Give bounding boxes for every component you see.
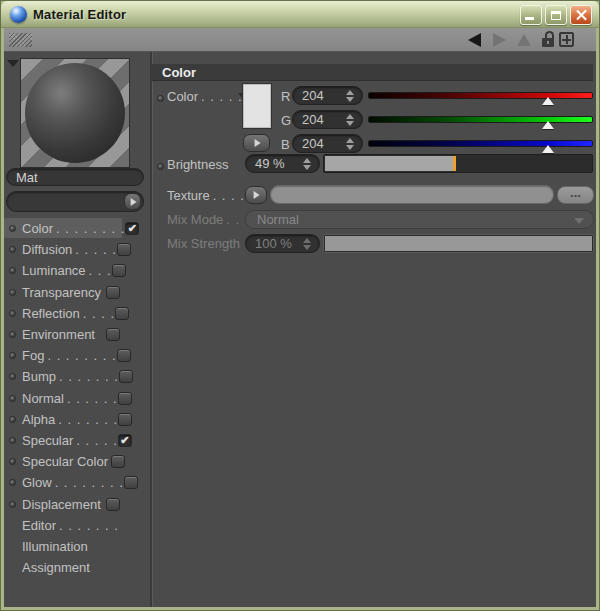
channel-row-specular-color[interactable]: Specular Color xyxy=(4,451,122,471)
channel-row-glow[interactable]: Glow . . . . . . . . xyxy=(4,472,122,492)
brightness-spinner[interactable]: 49 % xyxy=(245,154,320,173)
lock-open-icon[interactable] xyxy=(540,31,556,49)
texture-browse-button[interactable]: ... xyxy=(557,186,594,204)
dot-leader: . . . xyxy=(89,263,112,278)
maximize-button[interactable] xyxy=(545,5,567,25)
history-forward-icon xyxy=(493,33,506,47)
channel-row-displacement[interactable]: Displacement xyxy=(4,494,122,514)
history-back-icon[interactable] xyxy=(468,33,481,47)
channel-row-reflection[interactable]: Reflection . . . . xyxy=(4,303,122,323)
b-value-spinner[interactable]: 204 xyxy=(292,134,363,153)
channel-bullet-icon xyxy=(9,352,16,359)
window-title: Material Editor xyxy=(33,7,126,22)
channel-bullet-icon xyxy=(9,416,16,423)
dot-leader: . . . . . . . xyxy=(58,412,118,427)
texture-expand-button[interactable] xyxy=(245,186,267,204)
channel-row-alpha[interactable]: Alpha . . . . . . . xyxy=(4,409,122,429)
channel-label: Alpha xyxy=(22,412,55,427)
g-slider[interactable] xyxy=(368,116,593,130)
channel-checkbox[interactable] xyxy=(124,476,138,489)
channel-checkbox[interactable] xyxy=(119,370,133,383)
close-button[interactable] xyxy=(570,5,592,25)
b-slider-track[interactable] xyxy=(368,140,593,147)
channel-row-normal[interactable]: Normal . . . . . . xyxy=(4,388,122,408)
dot-leader: . . . . . xyxy=(76,433,118,448)
texture-label: Texture. . . . xyxy=(167,188,245,203)
channel-row-bump[interactable]: Bump . . . . . . . xyxy=(4,366,122,386)
channel-bullet-icon xyxy=(9,373,16,380)
color-swatch[interactable] xyxy=(243,84,271,128)
b-slider-handle[interactable] xyxy=(542,145,554,153)
channel-row-diffusion[interactable]: Diffusion . . . . . xyxy=(4,239,122,259)
mix-strength-slider xyxy=(323,234,594,253)
channel-checkbox[interactable] xyxy=(106,328,120,341)
dot-leader: . . . . . xyxy=(75,242,117,257)
channel-row-color[interactable]: Color . . . . . . . . ✔ xyxy=(4,218,122,238)
channel-row-assignment[interactable]: Assignment xyxy=(4,557,122,577)
channel-row-fog[interactable]: Fog . . . . . . . . xyxy=(4,345,122,365)
titlebar[interactable]: Material Editor xyxy=(1,1,599,28)
channel-checkbox[interactable] xyxy=(106,286,120,299)
spinner-arrows-icon[interactable] xyxy=(346,138,354,150)
add-new-icon[interactable] xyxy=(559,32,574,47)
brightness-marker[interactable] xyxy=(453,156,456,171)
channel-row-transparency[interactable]: Transparency xyxy=(4,282,122,302)
material-editor-window: Material Editor Mat Color . . . . . . . … xyxy=(0,0,600,611)
param-bullet-icon xyxy=(157,163,164,170)
b-slider[interactable] xyxy=(368,140,593,154)
minimize-button[interactable] xyxy=(520,5,542,25)
material-preview[interactable] xyxy=(20,58,130,168)
channel-checkbox[interactable] xyxy=(115,307,129,320)
channel-row-environment[interactable]: Environment xyxy=(4,324,122,344)
channel-label: Specular Color xyxy=(22,454,108,469)
spinner-arrows-icon[interactable] xyxy=(346,90,354,102)
spinner-arrows-icon[interactable] xyxy=(303,158,311,170)
mix-strength-label: Mix Strength xyxy=(167,236,240,251)
channel-row-luminance[interactable]: Luminance . . . xyxy=(4,260,122,280)
drag-grip-icon[interactable] xyxy=(9,33,32,47)
channel-checkbox[interactable] xyxy=(106,498,120,511)
channel-label: Bump xyxy=(22,369,56,384)
r-slider-track[interactable] xyxy=(368,92,593,99)
channel-checkbox[interactable] xyxy=(111,455,125,468)
material-dropdown[interactable] xyxy=(6,191,144,212)
channel-bullet-icon xyxy=(9,479,16,486)
g-value-spinner[interactable]: 204 xyxy=(292,110,363,129)
dot-leader: . . . . . . . xyxy=(59,518,119,533)
chevron-down-icon xyxy=(574,218,584,224)
color-expand-button[interactable] xyxy=(243,134,270,152)
brightness-value: 49 % xyxy=(255,156,285,171)
channel-row-specular[interactable]: Specular . . . . . ✔ xyxy=(4,430,122,450)
channel-bullet-icon xyxy=(9,225,16,232)
channel-bullet-icon xyxy=(9,395,16,402)
editor-content: Mat Color . . . . . . . . ✔ Diffusion . … xyxy=(4,52,596,607)
r-slider-handle[interactable] xyxy=(542,97,554,105)
check-icon: ✔ xyxy=(128,222,137,234)
channel-checkbox[interactable] xyxy=(118,392,132,405)
g-slider-track[interactable] xyxy=(368,116,593,123)
channel-checkbox[interactable] xyxy=(117,243,131,256)
channel-checkbox[interactable] xyxy=(118,413,132,426)
dot-leader: . . xyxy=(226,212,240,227)
channel-checkbox[interactable] xyxy=(117,349,131,362)
channel-checkbox[interactable]: ✔ xyxy=(118,434,132,447)
channel-label: Transparency xyxy=(22,285,101,300)
r-value-spinner[interactable]: 204 xyxy=(292,86,363,105)
r-slider[interactable] xyxy=(368,92,593,106)
preview-collapse-icon[interactable] xyxy=(7,60,19,67)
channel-label: Fog xyxy=(22,348,44,363)
channel-row-editor[interactable]: Editor . . . . . . . xyxy=(4,515,122,535)
spinner-arrows-icon[interactable] xyxy=(346,114,354,126)
channel-row-illumination[interactable]: Illumination xyxy=(4,536,122,556)
material-name-field[interactable]: Mat xyxy=(6,168,144,186)
dropdown-arrow-button[interactable] xyxy=(124,193,141,210)
channel-bullet-icon xyxy=(9,331,16,338)
brightness-label: Brightness xyxy=(167,157,228,172)
g-slider-handle[interactable] xyxy=(542,121,554,129)
channel-bullet-icon xyxy=(9,437,16,444)
texture-field[interactable] xyxy=(270,185,554,204)
channel-checkbox[interactable] xyxy=(112,264,126,277)
mix-mode-label: Mix Mode. . xyxy=(167,212,240,227)
brightness-slider[interactable] xyxy=(323,154,593,173)
channel-checkbox[interactable]: ✔ xyxy=(125,222,139,235)
